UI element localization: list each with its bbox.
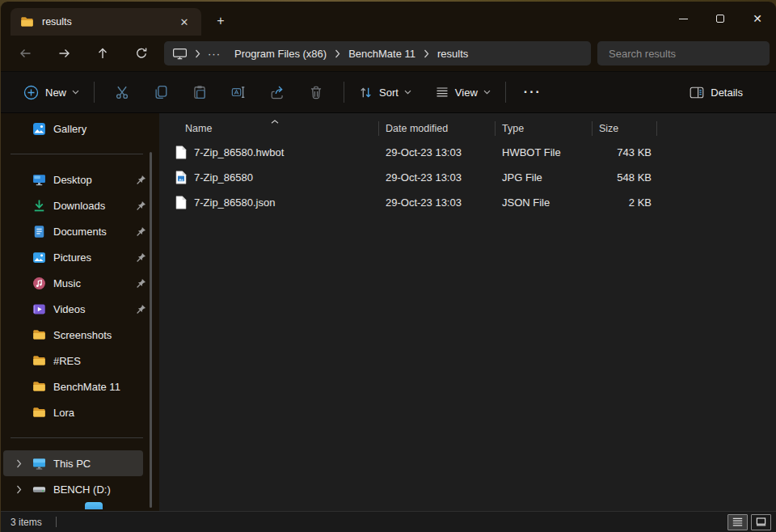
- new-tab-button[interactable]: +: [209, 11, 232, 32]
- sidebar-item-benchmate[interactable]: BenchMate 11: [3, 374, 143, 399]
- up-button[interactable]: [86, 40, 119, 67]
- column-header-type[interactable]: Type: [496, 120, 593, 137]
- clipped-icon: [85, 502, 103, 509]
- share-button[interactable]: [258, 78, 297, 107]
- column-header-size[interactable]: Size: [593, 120, 657, 137]
- column-header-name[interactable]: Name: [159, 120, 379, 137]
- folder-icon: [32, 406, 46, 420]
- forward-button[interactable]: [48, 40, 80, 67]
- view-button[interactable]: View: [429, 78, 497, 107]
- paste-button[interactable]: [180, 78, 219, 107]
- file-row[interactable]: 7-Zip_86580.json 29-Oct-23 13:03 JSON Fi…: [159, 190, 776, 215]
- breadcrumb-overflow[interactable]: ···: [201, 46, 227, 61]
- file-icon: [175, 146, 187, 159]
- close-icon: ✕: [753, 13, 762, 24]
- details-pane-button[interactable]: Details: [683, 78, 753, 107]
- status-separator: [56, 517, 57, 527]
- expand-chevron-icon[interactable]: [11, 485, 26, 494]
- desktop-icon: [32, 173, 46, 187]
- file-row[interactable]: 7-Zip_86580 29-Oct-23 13:03 JPG File 548…: [159, 165, 776, 190]
- file-type: HWBOT File: [496, 146, 593, 158]
- copy-button[interactable]: [141, 78, 180, 107]
- breadcrumb-benchmate[interactable]: BenchMate 11: [341, 46, 423, 61]
- refresh-button[interactable]: [125, 40, 158, 67]
- sidebar-item-partial: [1, 502, 159, 509]
- sidebar-item-res[interactable]: #RES: [3, 348, 143, 374]
- large-icons-view-button[interactable]: [751, 514, 771, 530]
- column-header-date-modified[interactable]: Date modified: [379, 120, 496, 137]
- rename-button[interactable]: [219, 78, 258, 107]
- toolbar-divider: [94, 82, 95, 103]
- sidebar-item-music[interactable]: Music: [3, 270, 143, 296]
- cut-button[interactable]: [103, 78, 141, 107]
- file-list-pane: Name Date modified Type Size 7-Zip_86580…: [159, 113, 776, 511]
- back-button[interactable]: [9, 40, 41, 67]
- sidebar-item-label: Screenshots: [53, 329, 112, 341]
- music-icon: [32, 277, 46, 290]
- sidebar-item-label: BENCH (D:): [53, 483, 111, 496]
- paste-icon: [192, 85, 207, 99]
- command-bar: New Sort: [1, 71, 776, 113]
- sidebar-item-label: Music: [53, 277, 81, 289]
- expand-chevron-icon[interactable]: [11, 459, 26, 468]
- pin-icon: [136, 226, 146, 237]
- close-button[interactable]: ✕: [739, 2, 776, 36]
- sidebar-item-documents[interactable]: Documents: [3, 218, 143, 244]
- folder-icon: [20, 15, 34, 29]
- sidebar-item-label: Desktop: [53, 174, 92, 186]
- cut-icon: [115, 85, 129, 99]
- new-button-label: New: [45, 87, 66, 99]
- this-pc-icon[interactable]: [172, 48, 188, 60]
- more-options-button[interactable]: ···: [514, 85, 551, 99]
- address-bar[interactable]: ··· Program Files (x86) BenchMate 11 res…: [164, 41, 591, 65]
- copy-icon: [154, 85, 168, 99]
- sidebar-item-this-pc[interactable]: This PC: [3, 450, 143, 476]
- chevron-right-icon[interactable]: [423, 49, 430, 58]
- breadcrumb-program-files[interactable]: Program Files (x86): [227, 46, 334, 61]
- sidebar-item-pictures[interactable]: Pictures: [3, 244, 143, 270]
- sidebar-item-lora[interactable]: Lora: [3, 399, 143, 425]
- file-name: 7-Zip_86580.hwbot: [194, 146, 284, 158]
- chevron-right-icon[interactable]: [334, 49, 341, 58]
- folder-icon: [32, 328, 46, 342]
- details-view-button[interactable]: [728, 514, 748, 530]
- sidebar-divider: [11, 154, 143, 154]
- file-row[interactable]: 7-Zip_86580.hwbot 29-Oct-23 13:03 HWBOT …: [159, 140, 776, 165]
- sidebar-item-label: Documents: [53, 226, 107, 238]
- sidebar-item-desktop[interactable]: Desktop: [3, 167, 143, 192]
- sidebar-item-downloads[interactable]: Downloads: [3, 192, 143, 218]
- file-explorer-window: results ✕ + ✕ ···: [0, 2, 776, 532]
- chevron-down-icon: [72, 90, 79, 95]
- folder-icon: [32, 380, 46, 394]
- pin-icon: [136, 304, 146, 315]
- sort-icon: [359, 86, 373, 99]
- rename-icon: [231, 85, 246, 99]
- search-box[interactable]: [597, 41, 770, 65]
- new-button[interactable]: New: [17, 78, 86, 107]
- documents-icon: [32, 225, 46, 239]
- sidebar-item-label: Downloads: [53, 200, 105, 212]
- maximize-button[interactable]: [702, 2, 739, 36]
- pin-icon: [136, 252, 146, 263]
- file-name: 7-Zip_86580.json: [194, 196, 275, 209]
- sidebar-item-gallery[interactable]: Gallery: [3, 116, 143, 141]
- view-toggles: [728, 514, 771, 530]
- pin-icon: [136, 278, 146, 289]
- minimize-button[interactable]: [664, 2, 702, 36]
- sidebar-item-videos[interactable]: Videos: [3, 296, 143, 322]
- sidebar-item-bench-drive[interactable]: BENCH (D:): [3, 476, 143, 502]
- image-file-icon: [175, 171, 187, 184]
- file-size: 548 KB: [593, 171, 657, 184]
- sidebar-item-label: Lora: [53, 407, 74, 419]
- file-size: 2 KB: [593, 196, 657, 209]
- sidebar-scrollbar[interactable]: [150, 152, 152, 508]
- share-icon: [270, 85, 285, 99]
- delete-button[interactable]: [297, 78, 335, 107]
- explorer-tab[interactable]: results ✕: [11, 8, 201, 36]
- view-button-label: View: [455, 87, 478, 99]
- breadcrumb-results[interactable]: results: [430, 46, 475, 61]
- search-input[interactable]: [607, 47, 760, 61]
- sidebar-item-screenshots[interactable]: Screenshots: [3, 322, 143, 348]
- tab-close-icon[interactable]: ✕: [175, 13, 193, 31]
- sort-button[interactable]: Sort: [352, 78, 418, 107]
